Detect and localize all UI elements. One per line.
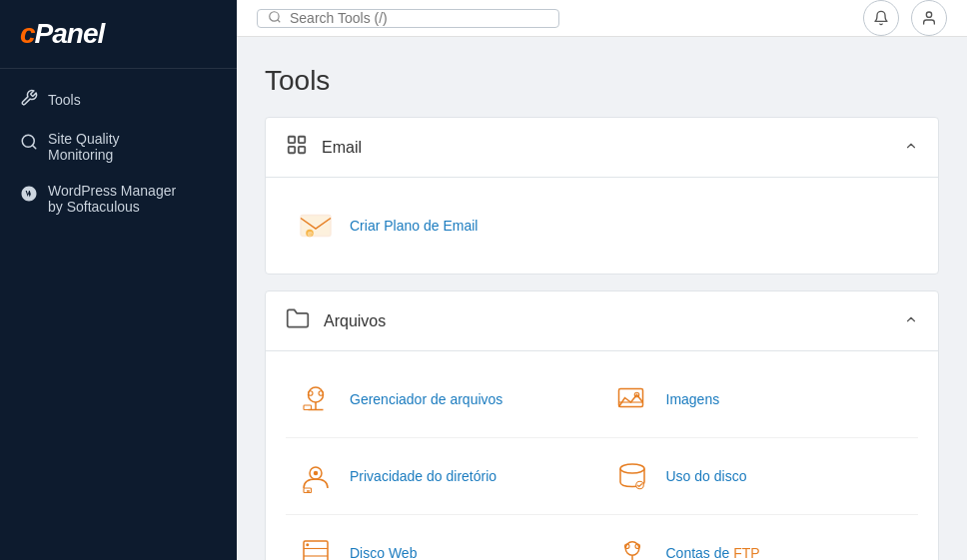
svg-point-22 [314, 471, 319, 476]
search-icon [268, 10, 282, 27]
logo-text: cPanel [20, 18, 217, 50]
privacidade-label: Privacidade do diretório [350, 468, 496, 484]
svg-point-25 [620, 464, 644, 473]
sidebar-logo: cPanel [0, 0, 237, 69]
page-title: Tools [265, 65, 939, 97]
contas-ftp-label: Contas de FTP [666, 545, 760, 560]
svg-point-2 [270, 11, 279, 20]
tools-icon [20, 89, 38, 111]
svg-point-30 [306, 543, 309, 546]
sidebar-item-site-quality-label2: Monitoring [48, 147, 120, 163]
arquivos-section-icon [286, 307, 310, 334]
sidebar-item-tools[interactable]: Tools [0, 79, 237, 121]
privacidade-icon [296, 456, 336, 496]
search-bar[interactable] [257, 9, 559, 28]
tool-item-gerenciador[interactable]: Gerenciador de arquivos [286, 361, 602, 438]
sidebar-item-site-quality[interactable]: Site Quality Monitoring [0, 121, 237, 173]
user-menu-button[interactable] [911, 0, 947, 36]
content-area: Tools Email [237, 37, 967, 560]
criar-plano-icon: @ [296, 206, 336, 246]
imagens-icon [612, 379, 652, 419]
tool-item-disco-web[interactable]: Disco Web [286, 515, 602, 560]
uso-disco-icon [612, 456, 652, 496]
notifications-button[interactable] [863, 0, 899, 36]
svg-rect-9 [301, 216, 331, 237]
svg-rect-7 [289, 147, 295, 153]
email-section-title: Email [322, 139, 362, 157]
imagens-label: Imagens [666, 391, 720, 407]
arquivos-section: Arquivos [265, 290, 939, 560]
sidebar-item-wp-label1: WordPress Manager [48, 183, 176, 199]
contas-ftp-icon: FTP [612, 533, 652, 560]
arquivos-tool-grid: Gerenciador de arquivos Imagen [286, 361, 918, 560]
uso-disco-label: Uso do disco [666, 468, 747, 484]
svg-line-3 [278, 19, 281, 22]
svg-point-12 [309, 387, 324, 402]
svg-point-4 [926, 12, 931, 17]
disco-web-label: Disco Web [350, 545, 417, 560]
sidebar-item-tools-label: Tools [48, 92, 81, 108]
arquivos-section-title: Arquivos [324, 312, 386, 330]
gerenciador-icon [296, 379, 336, 419]
wordpress-icon [20, 185, 38, 207]
svg-rect-8 [299, 147, 305, 153]
email-section-chevron [904, 139, 918, 156]
arquivos-section-body: Gerenciador de arquivos Imagen [266, 351, 938, 560]
svg-text:@: @ [307, 231, 312, 237]
arquivos-section-header[interactable]: Arquivos [266, 291, 938, 351]
sidebar-item-site-quality-label: Site Quality [48, 131, 120, 147]
svg-line-1 [32, 145, 35, 148]
tool-item-privacidade[interactable]: Privacidade do diretório [286, 438, 602, 515]
email-section-body: @ Criar Plano de Email [266, 178, 938, 274]
search-input[interactable] [290, 10, 548, 26]
main-content: Tools Email [237, 0, 967, 560]
tool-item-uso-disco[interactable]: Uso do disco [602, 438, 919, 515]
email-section: Email @ [265, 117, 939, 275]
svg-rect-5 [289, 137, 295, 143]
email-tool-item[interactable]: @ Criar Plano de Email [286, 188, 918, 264]
email-section-header[interactable]: Email [266, 118, 938, 178]
sidebar-item-wp-label2: by Softaculous [48, 199, 176, 215]
header [237, 0, 967, 37]
gerenciador-label: Gerenciador de arquivos [350, 391, 502, 407]
disco-web-icon [296, 533, 336, 560]
tool-item-contas-ftp[interactable]: FTP Contas de FTP [602, 515, 919, 560]
sidebar-nav: Tools Site Quality Monitoring [0, 69, 237, 235]
email-section-icon [286, 134, 308, 161]
sidebar: cPanel Tools Site Quality Moni [0, 0, 237, 560]
criar-plano-label: Criar Plano de Email [350, 218, 478, 234]
sidebar-item-wordpress[interactable]: WordPress Manager by Softaculous [0, 173, 237, 225]
tool-item-imagens[interactable]: Imagens [602, 361, 919, 438]
site-quality-icon [20, 133, 38, 155]
svg-rect-6 [299, 137, 305, 143]
arquivos-section-chevron [904, 312, 918, 329]
